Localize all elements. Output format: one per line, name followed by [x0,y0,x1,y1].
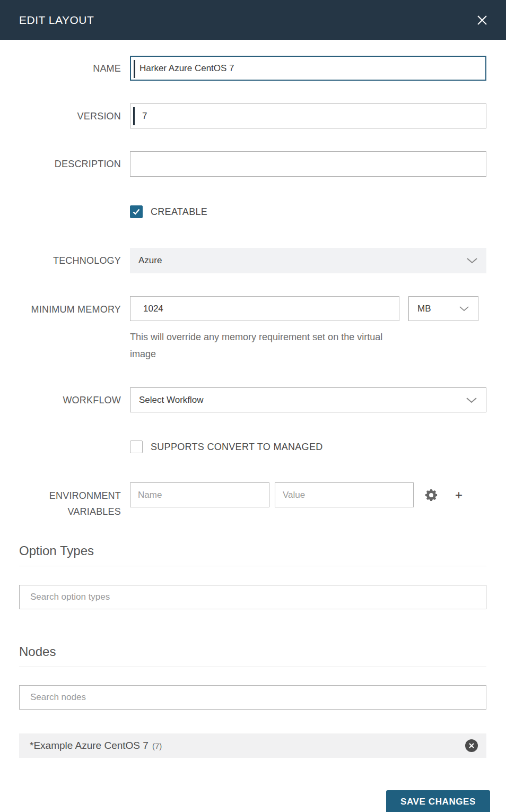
description-input-box [130,151,486,177]
env-value-input[interactable] [275,483,413,507]
env-name-input-box [130,482,269,507]
nodes-section: Nodes *Example Azure CentOS 7(7) [0,644,506,758]
environment-variables-label: ENVIRONMENT VARIABLES [0,482,130,520]
supports-convert-label: SUPPORTS CONVERT TO MANAGED [151,442,323,453]
node-name: *Example Azure CentOS 7 [30,740,149,751]
name-row: NAME [0,56,506,81]
close-button[interactable] [474,12,490,28]
env-value-input-box [275,482,414,507]
chevron-down-icon [459,306,469,312]
creatable-checkbox-row[interactable]: CREATABLE [130,205,486,218]
version-input[interactable] [130,104,486,128]
close-icon [475,13,489,27]
option-types-heading: Option Types [19,543,486,558]
description-input[interactable] [130,152,486,176]
save-changes-button[interactable]: SAVE CHANGES [386,790,490,812]
technology-value: Azure [138,255,162,266]
node-remove-button[interactable] [465,739,478,752]
workflow-select[interactable]: Select Workflow [130,387,486,412]
memory-unit-select[interactable]: MB [408,296,478,321]
version-row: VERSION [0,103,506,128]
nodes-search-box [19,685,486,710]
description-row: DESCRIPTION [0,151,506,177]
minimum-memory-help: This will override any memory requiremen… [130,329,400,362]
circle-x-icon [468,742,475,749]
node-list-item: *Example Azure CentOS 7(7) [19,733,486,758]
modal-footer: SAVE CHANGES [0,758,506,812]
minimum-memory-input[interactable] [130,297,399,321]
minimum-memory-input-box [130,296,399,321]
technology-label: TECHNOLOGY [0,253,130,269]
form-area: NAME VERSION DESCRIPTION [0,40,506,812]
name-label: NAME [0,61,130,76]
technology-select[interactable]: Azure [130,248,486,273]
env-name-input[interactable] [130,483,269,507]
technology-row: TECHNOLOGY Azure [0,248,506,273]
description-label: DESCRIPTION [0,156,130,172]
divider [19,566,486,566]
env-settings-button[interactable] [423,487,439,503]
workflow-row: WORKFLOW Select Workflow [0,387,506,412]
environment-variables-row: ENVIRONMENT VARIABLES + [0,482,506,520]
creatable-checkbox[interactable] [130,205,143,218]
chevron-down-icon [466,257,478,264]
env-add-button[interactable]: + [455,489,463,502]
minimum-memory-row: MINIMUM MEMORY MB This will override any… [0,296,506,362]
workflow-label: WORKFLOW [0,392,130,408]
supports-convert-row: SUPPORTS CONVERT TO MANAGED [0,440,506,453]
supports-convert-checkbox-row[interactable]: SUPPORTS CONVERT TO MANAGED [130,440,486,453]
nodes-search-input[interactable] [20,686,486,709]
option-types-search-input[interactable] [20,585,486,609]
edit-layout-modal: EDIT LAYOUT NAME VERSION [0,0,506,812]
version-label: VERSION [0,108,130,124]
option-types-section: Option Types [0,543,506,609]
workflow-value: Select Workflow [139,395,204,405]
modal-header: EDIT LAYOUT [0,0,506,40]
name-input-box [130,56,486,81]
checkmark-icon [132,208,141,216]
creatable-row: CREATABLE [0,205,506,218]
version-input-box [130,103,486,128]
option-types-search-box [19,585,486,609]
minimum-memory-label: MINIMUM MEMORY [0,296,130,317]
nodes-heading: Nodes [19,644,486,659]
modal-title: EDIT LAYOUT [19,14,94,27]
memory-unit-value: MB [417,304,431,314]
supports-convert-checkbox[interactable] [130,440,143,453]
chevron-down-icon [466,397,477,403]
name-input[interactable] [131,57,485,80]
divider [19,667,486,667]
gear-icon [424,488,439,503]
creatable-label: CREATABLE [151,206,207,218]
node-count: (7) [152,741,162,750]
